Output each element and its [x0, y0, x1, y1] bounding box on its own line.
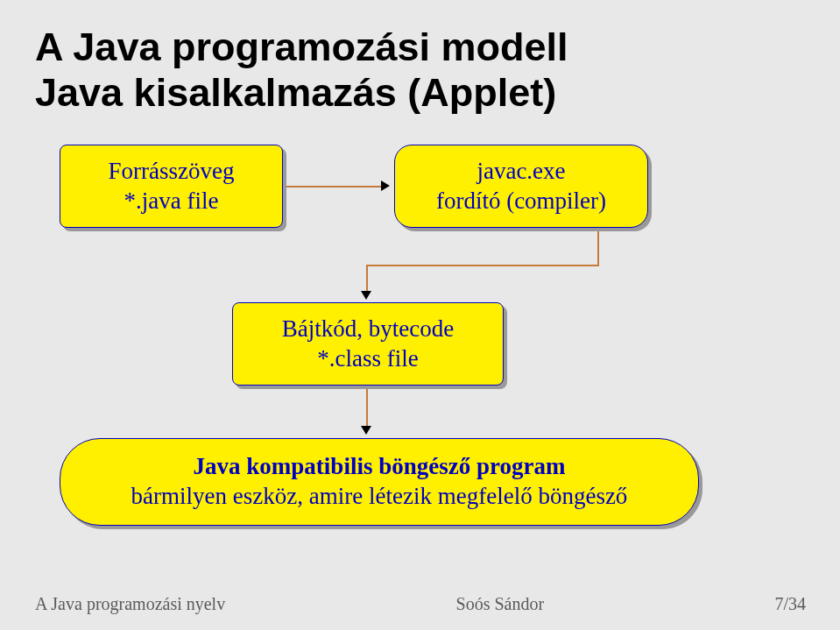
- title-line-1: A Java programozási modell: [35, 25, 568, 69]
- node-compiler-line1: javac.exe: [476, 157, 565, 187]
- footer-left: A Java programozási nyelv: [35, 594, 225, 614]
- slide-title: A Java programozási modell Java kisalkal…: [35, 25, 806, 116]
- node-bytecode-line1: Bájtkód, bytecode: [282, 315, 454, 344]
- node-bytecode-line2: *.class file: [317, 344, 418, 374]
- slide-footer: A Java programozási nyelv Soós Sándor 7/…: [35, 594, 806, 614]
- edge-source-compiler: [286, 186, 381, 188]
- node-compiler-line2: fordító (compiler): [436, 187, 606, 216]
- node-source-line2: *.java file: [124, 187, 219, 216]
- arrowhead-down-icon: [361, 291, 371, 300]
- node-bytecode: Bájtkód, bytecode *.class file: [232, 302, 504, 386]
- arrowhead-right-icon: [381, 181, 390, 191]
- node-compiler: javac.exe fordító (compiler): [394, 145, 648, 228]
- edge-compiler-bytecode-seg3: [366, 265, 368, 291]
- title-line-2: Java kisalkalmazás (Applet): [35, 70, 556, 115]
- edge-compiler-bytecode-seg1: [597, 231, 599, 265]
- slide: A Java programozási modell Java kisalkal…: [0, 0, 840, 630]
- edge-compiler-bytecode-seg2: [366, 265, 599, 266]
- node-browser: Java kompatibilis böngésző program bármi…: [60, 438, 699, 526]
- arrowhead-down-icon-2: [361, 426, 371, 435]
- node-browser-line1: Java kompatibilis böngésző program: [194, 452, 566, 482]
- edge-bytecode-browser: [366, 389, 368, 426]
- footer-center: Soós Sándor: [456, 594, 545, 614]
- node-browser-line2: bármilyen eszköz, amire létezik megfelel…: [131, 482, 628, 512]
- footer-right: 7/34: [774, 594, 806, 614]
- node-source: Forrásszöveg *.java file: [60, 145, 283, 228]
- node-source-line1: Forrásszöveg: [109, 157, 235, 187]
